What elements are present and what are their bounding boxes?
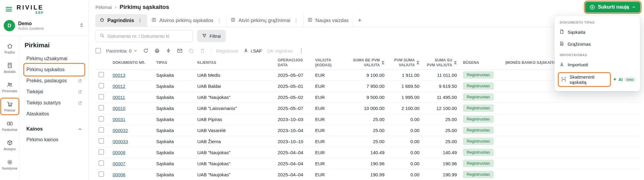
- document-link[interactable]: 00007: [113, 161, 125, 166]
- row-checkbox[interactable]: [98, 171, 104, 177]
- cell-tipas: Sąskaita: [153, 125, 194, 136]
- row-checkbox[interactable]: [98, 94, 104, 100]
- rail-item-pirkimai[interactable]: Pirkimai: [2, 99, 18, 114]
- hamburger-menu-icon[interactable]: [5, 5, 13, 13]
- sidebar-item-ataskaitos[interactable]: Ataskaitos: [25, 108, 84, 119]
- table-row[interactable]: 00010 Sąskaita UAB "Laisvamanis" 2025–05…: [95, 103, 640, 114]
- document-link[interactable]: 000033: [113, 139, 128, 144]
- tab-atviri-pirkimu-grazinimai[interactable]: Atviri pirkimų grąžinimai ⋮: [226, 14, 303, 27]
- row-checkbox[interactable]: [98, 138, 104, 144]
- status-badge: Registruotas: [463, 149, 494, 156]
- row-checkbox[interactable]: [98, 116, 104, 122]
- cell-banko-saskaita: [502, 136, 640, 147]
- cell-operacijos-data: 2025–05–07: [275, 69, 312, 80]
- cell-klientas: UAB Vasarėlė: [194, 125, 275, 136]
- table-row[interactable]: 00007 Sąskaita UAB "Naujokas" 2025–04–04…: [95, 158, 640, 169]
- home-icon: [99, 17, 105, 24]
- sum-icon[interactable]: Σ: [417, 60, 419, 66]
- col-valiuta[interactable]: VALIUTA (KODAS): [312, 57, 348, 69]
- tab-naujas-vaizdas[interactable]: Naujas vaizdas: [303, 14, 353, 27]
- cell-suma-be-pvm: 9 100.00: [348, 69, 388, 80]
- isaf-export-button[interactable]: i.SAF: [243, 48, 262, 54]
- sidebar-item-pirkimu-saskaitos[interactable]: Pirkimų sąskaitos: [25, 64, 84, 75]
- sidebar-item-pirkimu-uzsakymai[interactable]: Pirkimų užsakymai: [25, 53, 84, 64]
- col-busena[interactable]: BŪSENA: [460, 57, 502, 69]
- external-link-icon: [78, 79, 82, 83]
- tab-options-icon[interactable]: ⋮: [293, 18, 299, 23]
- document-link[interactable]: 000032: [113, 128, 128, 133]
- breadcrumb-parent[interactable]: Pirkimai: [95, 5, 112, 10]
- rail-item-apskaita[interactable]: Apskaita: [2, 60, 18, 75]
- skaitmeninti-highlight: Skaitmeninti sąskaitą: [559, 73, 610, 86]
- col-pvm-suma[interactable]: PVM SUMA VALIUTAΣ: [388, 57, 422, 69]
- document-link[interactable]: 00012: [113, 84, 125, 89]
- mail-icon[interactable]: [177, 48, 183, 54]
- sidebar-item-tiekejo-sutartys[interactable]: Tiekėjo sutartys: [25, 97, 84, 108]
- table-row[interactable]: 00031 Sąskaita UAB Pipiras 2023–10–03 EU…: [95, 114, 640, 125]
- table-row[interactable]: 00011 Sąskaita UAB "Naujokas" 2025–05–02…: [95, 92, 640, 103]
- document-link[interactable]: 00011: [113, 95, 125, 100]
- tab-atviros-pirkimu-saskaitos[interactable]: Atviros pirkimų sąskaitos ⋮: [147, 14, 226, 27]
- selected-count[interactable]: Pasirinkta: 0: [106, 48, 137, 53]
- sidebar-item-tiekejai[interactable]: Tiekėjai: [25, 86, 84, 97]
- rail-item-personalas[interactable]: Personalas: [2, 80, 18, 95]
- col-klientas[interactable]: KLIENTAS: [194, 57, 275, 69]
- rail-item-atsargos[interactable]: Atsargos: [2, 138, 18, 153]
- col-dokumento-nr[interactable]: DOKUMENTO NR.: [110, 57, 153, 69]
- table-row[interactable]: 000033 Sąskaita UAB Žiema 2023–10–10 EUR…: [95, 136, 640, 147]
- col-suma-be-pvm[interactable]: SUMA BE PVM VALIUTAΣ: [348, 57, 388, 69]
- filters-button[interactable]: Filtrai: [197, 30, 226, 42]
- search-box[interactable]: [95, 30, 193, 42]
- rail-item-nustatymai[interactable]: Nustatymai: [2, 157, 18, 172]
- menu-item-skaitmeninti-saskaita[interactable]: Skaitmeninti sąskaitą AI beta: [555, 71, 640, 88]
- refresh-icon[interactable]: [143, 48, 149, 54]
- rail-item-pardavimai[interactable]: Pardavimai: [2, 118, 18, 133]
- cell-pvm-suma: 0.00: [388, 136, 422, 147]
- table-row[interactable]: 000032 Sąskaita UAB Vasarėlė 2023–10–04 …: [95, 125, 640, 136]
- document-link[interactable]: 00006: [113, 172, 125, 177]
- document-link[interactable]: 00031: [113, 117, 125, 122]
- tab-pagrindinis[interactable]: Pagrindinis ⋮: [95, 14, 147, 27]
- tab-options-icon[interactable]: ⋮: [137, 18, 143, 23]
- cell-valiuta: EUR: [312, 158, 348, 169]
- row-checkbox[interactable]: [98, 105, 104, 111]
- cell-checkbox: [95, 92, 110, 103]
- rail-item-pradzia[interactable]: Pradžia: [2, 41, 18, 56]
- row-checkbox[interactable]: [98, 149, 104, 155]
- col-suma-su-pvm[interactable]: SUMA SU PVM VALIUTAΣ: [422, 57, 460, 69]
- company-switcher[interactable]: D Demo Aušra Juodienė: [0, 18, 88, 36]
- table-row[interactable]: 00006 Sąskaita UAB "Naujokas" 2025–04–04…: [95, 169, 640, 180]
- search-input[interactable]: [107, 33, 189, 39]
- sidebar-group-kainos[interactable]: Kainos: [25, 123, 84, 134]
- lightning-icon[interactable]: [165, 48, 172, 54]
- document-link[interactable]: 00013: [113, 72, 125, 78]
- toolbar-more-icon[interactable]: ⋮: [298, 47, 305, 54]
- sidebar-item-pirkimo-kainos[interactable]: Pirkimo kainos: [25, 134, 84, 145]
- module-title: Pirkimai: [25, 41, 84, 49]
- row-checkbox[interactable]: [98, 83, 104, 88]
- col-operacijos-data[interactable]: OPERACIJOS DATA: [275, 57, 312, 69]
- document-link[interactable]: 00008: [113, 150, 125, 155]
- cell-pvm-suma: 0.00: [388, 147, 422, 158]
- menu-item-grazinimas[interactable]: Grąžinimas: [555, 38, 640, 50]
- table-row[interactable]: 00008 Sąskaita UAB "Naujokas" 2025–04–04…: [95, 147, 640, 158]
- tab-options-icon[interactable]: ⋮: [216, 18, 222, 23]
- cart-icon: [6, 101, 13, 108]
- sum-icon[interactable]: Σ: [382, 60, 384, 66]
- sidebar-item-prekes-paslaugos[interactable]: Prekės, paslaugos: [25, 75, 84, 86]
- row-checkbox[interactable]: [98, 72, 104, 77]
- print-icon[interactable]: [154, 48, 160, 54]
- document-link[interactable]: 00010: [113, 106, 125, 111]
- status-badge: Registruotas: [463, 71, 494, 79]
- create-new-button[interactable]: Sukurti naują: [585, 2, 640, 13]
- sum-icon[interactable]: Σ: [454, 60, 457, 66]
- select-all-checkbox[interactable]: [95, 48, 101, 53]
- menu-item-saskaita[interactable]: Sąskaita: [555, 26, 640, 38]
- row-checkbox[interactable]: [98, 160, 104, 166]
- menu-item-importuoti[interactable]: Importuoti: [555, 59, 640, 71]
- cell-valiuta: EUR: [312, 69, 348, 80]
- row-checkbox[interactable]: [98, 127, 104, 133]
- status-badge: Registruotas: [463, 93, 494, 101]
- col-tipas[interactable]: TIPAS: [153, 57, 194, 69]
- add-tab-button[interactable]: +: [353, 14, 367, 27]
